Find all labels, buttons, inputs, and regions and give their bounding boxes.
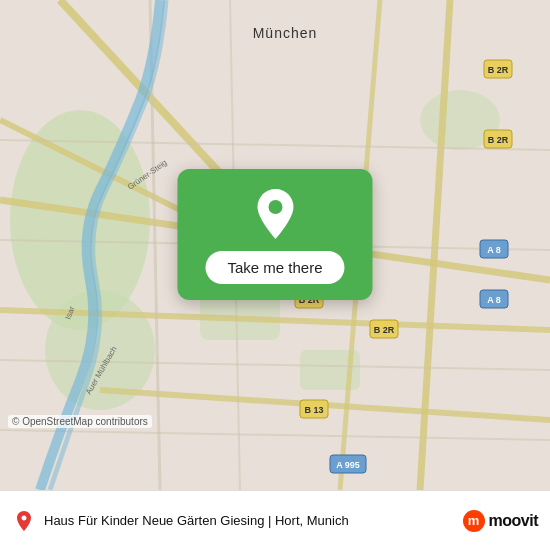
bottom-bar: Haus Für Kinder Neue Gärten Giesing | Ho… [0, 490, 550, 550]
svg-text:München: München [253, 25, 318, 41]
map-container: B 2R B 2R B 2R B 2R B 13 A 8 A 8 A 995 M… [0, 0, 550, 490]
moovit-icon: m [463, 510, 485, 532]
svg-text:A 8: A 8 [487, 245, 501, 255]
moovit-brand-text: moovit [489, 512, 538, 530]
svg-point-39 [268, 200, 282, 214]
svg-text:A 995: A 995 [336, 460, 360, 470]
place-pin-icon [12, 509, 36, 533]
svg-text:B 13: B 13 [304, 405, 323, 415]
svg-text:B 2R: B 2R [374, 325, 395, 335]
cta-card: Take me there [177, 169, 372, 300]
place-name-label: Haus Für Kinder Neue Gärten Giesing | Ho… [44, 513, 455, 528]
svg-text:B 2R: B 2R [488, 135, 509, 145]
copyright-notice: © OpenStreetMap contributors [8, 415, 152, 428]
svg-text:A 8: A 8 [487, 295, 501, 305]
moovit-logo: m moovit [463, 510, 538, 532]
svg-text:B 2R: B 2R [488, 65, 509, 75]
take-me-there-button[interactable]: Take me there [205, 251, 344, 284]
location-pin-icon [253, 187, 297, 241]
